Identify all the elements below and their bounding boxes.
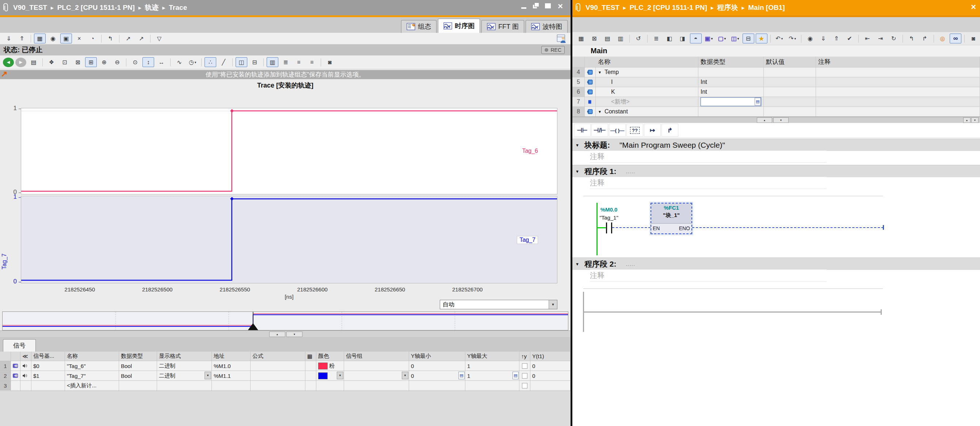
y-axis-max[interactable]: 1▤ — [465, 371, 519, 381]
auto-scale-icon[interactable]: ∿ — [173, 57, 185, 67]
column-header[interactable]: 注释 — [816, 57, 980, 68]
next-view-icon[interactable]: ▶ — [15, 58, 26, 67]
column-header[interactable]: ≪ — [21, 352, 32, 361]
breadcrumb-item[interactable]: Main [OB1] — [748, 4, 784, 12]
data-type[interactable]: Bool — [119, 361, 157, 371]
default-value[interactable] — [764, 97, 816, 107]
open-branch-icon[interactable]: ↦ — [644, 124, 661, 137]
chevron-down-icon[interactable]: ▼ — [205, 372, 211, 379]
snapshot-to-measurement-icon[interactable]: ↗ — [123, 33, 134, 43]
split-horizontal-icon[interactable]: ⊟ — [249, 57, 261, 67]
measurement-cursors-icon[interactable]: ▥ — [267, 57, 278, 67]
column-header[interactable] — [11, 352, 21, 361]
insert-empty-box-icon[interactable]: ▢▾ — [716, 33, 728, 43]
default-value[interactable] — [764, 87, 816, 97]
chevron-down-icon[interactable]: ▼ — [598, 110, 601, 114]
keypad-icon[interactable]: ▤ — [458, 372, 465, 379]
y-axis-min[interactable]: 0 — [409, 361, 465, 371]
tab-signals[interactable]: 信号 — [3, 339, 36, 352]
color-swatch[interactable] — [318, 372, 328, 379]
column-header[interactable]: Y轴最小 — [409, 352, 465, 361]
collapse-down-button[interactable]: ▼ — [286, 331, 302, 337]
close-button[interactable]: × — [970, 4, 977, 10]
column-header[interactable]: 名称 — [596, 57, 698, 68]
contact-tag-name[interactable]: "Tag_1" — [592, 214, 626, 221]
data-type-input[interactable]: ▤ — [701, 97, 761, 106]
favorites-toggle-icon[interactable]: ★ — [756, 33, 767, 43]
time-scale-combobox[interactable]: 自动 ▼ — [440, 300, 557, 309]
table-row[interactable]: 1$0"Tag_6"Bool二进制%M1.0粉010 — [0, 361, 571, 371]
column-header[interactable]: 数据类型 — [119, 352, 157, 361]
zoom-out-icon[interactable]: ⊖ — [111, 57, 123, 67]
scroll-down-button[interactable]: ▼ — [971, 117, 978, 123]
close-branch-icon[interactable]: ↱ — [662, 124, 678, 137]
dropdown-arrow-icon[interactable]: ▾ — [794, 37, 796, 41]
network-1-title-placeholder[interactable]: ..... — [626, 168, 635, 174]
default-value[interactable] — [764, 107, 816, 117]
column-header[interactable]: 公式 — [251, 352, 305, 361]
color-cell[interactable] — [316, 381, 344, 391]
interface-splitter[interactable]: ▲ ▼ ▲ ▼ — [573, 117, 980, 123]
breadcrumb-item[interactable]: V90_TEST — [13, 4, 47, 12]
network-2-title-placeholder[interactable]: ..... — [626, 261, 635, 267]
tab-FFT 图[interactable]: FFT 图 — [481, 20, 524, 33]
y-axis-min[interactable]: 0▤ — [409, 371, 465, 381]
network-2-comment[interactable]: 注释 — [590, 269, 827, 282]
signal-name[interactable]: "Tag_7" — [65, 371, 119, 381]
contact-bar-icon[interactable] — [606, 222, 607, 233]
dropdown-arrow-icon[interactable]: ▾ — [781, 37, 783, 41]
network-titles-icon[interactable]: ◨ — [677, 33, 689, 43]
stop-recording-icon[interactable]: ▣ — [60, 33, 72, 43]
zoom-time-range-icon[interactable]: ⊞ — [85, 57, 97, 67]
data-type[interactable] — [698, 68, 764, 77]
signal-name[interactable]: <插入新计... — [65, 381, 119, 391]
y-axis-min[interactable] — [409, 381, 465, 391]
column-header[interactable]: 地址 — [212, 352, 251, 361]
table-row[interactable]: 8▼Constant — [573, 107, 980, 117]
dropdown-arrow-icon[interactable]: ▾ — [737, 37, 739, 41]
snapshot-to-measurement-2-icon[interactable]: ↗ — [135, 33, 147, 43]
deactivate-monitoring-icon[interactable]: × — [73, 33, 85, 43]
plot-tag7[interactable]: Tag_7 — [21, 196, 557, 283]
table-row[interactable]: 6KInt — [573, 87, 980, 97]
monitoring-glasses-icon[interactable]: ∞ — [950, 33, 961, 43]
chevron-down-icon[interactable]: ▼ — [402, 372, 408, 379]
column-header[interactable]: 信号基... — [32, 352, 65, 361]
block-comment[interactable]: 注释 — [590, 150, 827, 163]
table-row[interactable]: 3<插入新计... — [0, 381, 571, 391]
table-row[interactable]: 4▼Temp — [573, 68, 980, 77]
fc-block[interactable]: %FC1 "块_1" EN ENO — [651, 203, 692, 234]
column-header[interactable]: ▦ — [305, 352, 316, 361]
data-type[interactable] — [119, 381, 157, 391]
display-format[interactable] — [157, 381, 212, 391]
contact-address[interactable]: %M0.0 — [592, 206, 626, 213]
column-header[interactable]: 信号组 — [344, 352, 409, 361]
upload-traces-icon[interactable]: ⇑ — [16, 33, 28, 43]
chevron-down-icon[interactable]: ▼ — [549, 300, 557, 309]
chevron-down-icon[interactable]: ▼ — [337, 372, 344, 379]
network-2-header[interactable]: ▼ 程序段 2: ..... — [573, 258, 980, 270]
empty-box-icon[interactable]: ?? — [627, 124, 643, 137]
default-value[interactable] — [764, 68, 816, 77]
signal-group[interactable] — [344, 381, 409, 391]
column-header[interactable] — [0, 352, 11, 361]
restore-button[interactable] — [533, 3, 540, 10]
breadcrumb-item[interactable]: PLC_2 [CPU 1511-1 PN] — [630, 4, 707, 12]
data-type[interactable]: Int — [698, 87, 764, 97]
column-header[interactable]: 数据类型 — [698, 57, 764, 68]
collapse-up-button[interactable]: ▲ — [757, 117, 772, 123]
breadcrumb-item[interactable]: Trace — [169, 4, 187, 12]
close-button[interactable]: × — [557, 3, 564, 10]
trace-titlebar[interactable]: V90_TEST▶PLC_2 [CPU 1511-1 PN]▶轨迹▶Trace … — [0, 0, 571, 15]
variable-name[interactable]: ▼Constant — [596, 107, 698, 117]
observe-signals-icon[interactable]: ◉ — [47, 33, 59, 43]
address[interactable]: %M1.0 — [212, 361, 251, 371]
background-color-icon[interactable]: ◙ — [324, 57, 336, 67]
align-right-icon[interactable]: ≡ — [306, 57, 318, 67]
color-cell[interactable]: ▼ — [316, 371, 344, 381]
data-type[interactable] — [698, 107, 764, 117]
variable-name[interactable]: K — [596, 87, 698, 97]
chevron-down-icon[interactable]: ▼ — [575, 262, 579, 266]
comment[interactable] — [816, 77, 980, 87]
checkbox[interactable] — [522, 383, 527, 388]
